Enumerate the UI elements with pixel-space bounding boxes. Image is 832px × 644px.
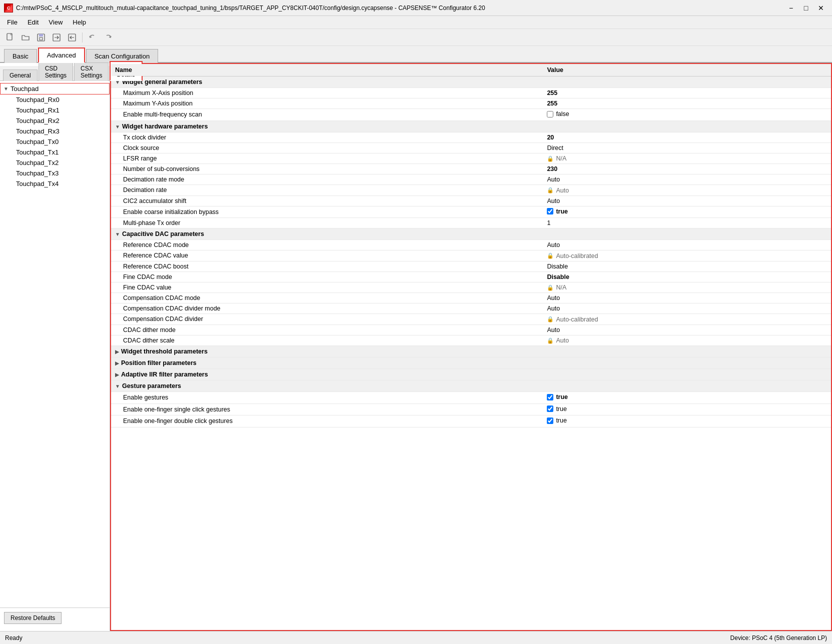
table-row[interactable]: Reference CDAC boostDisable: [111, 261, 831, 272]
section-label: Widget hardware parameters: [122, 123, 208, 130]
tree-item-tx1[interactable]: Touchpad_Tx1: [0, 147, 110, 158]
param-table-panel: Name Value ▼Widget general parametersMax…: [110, 63, 832, 631]
table-row[interactable]: Maximum X-Axis position255: [111, 88, 831, 98]
table-row[interactable]: Enable one-finger double click gesturest…: [111, 416, 831, 428]
maximize-button[interactable]: □: [799, 2, 813, 14]
param-value[interactable]: 255: [543, 98, 831, 109]
tab-general[interactable]: General: [3, 70, 38, 81]
export-button[interactable]: [50, 31, 64, 44]
tree-toggle-icon: ▼: [4, 86, 9, 92]
tree-item-tx2[interactable]: Touchpad_Tx2: [0, 158, 110, 168]
param-value[interactable]: 🔒Auto-calibrated: [543, 250, 831, 262]
redo-button[interactable]: [101, 31, 115, 44]
menu-help[interactable]: Help: [68, 17, 91, 28]
section-widget_general[interactable]: ▼Widget general parameters: [111, 76, 831, 88]
section-adaptive_iir[interactable]: ▶Adaptive IIR filter parameters: [111, 369, 831, 380]
table-row[interactable]: Tx clock divider20: [111, 132, 831, 142]
checkbox-input[interactable]: [547, 406, 553, 412]
param-name: Fine CDAC value: [111, 282, 543, 293]
param-name: Reference CDAC boost: [111, 261, 543, 272]
undo-button[interactable]: [86, 31, 100, 44]
checkbox-input[interactable]: [547, 418, 553, 424]
table-row[interactable]: Compensation CDAC modeAuto: [111, 293, 831, 304]
tree-item-rx3[interactable]: Touchpad_Rx3: [0, 126, 110, 136]
open-button[interactable]: [19, 31, 33, 44]
param-value[interactable]: 🔒Auto: [543, 185, 831, 196]
table-row[interactable]: Compensation CDAC divider modeAuto: [111, 304, 831, 314]
table-row[interactable]: Reference CDAC modeAuto: [111, 240, 831, 250]
table-row[interactable]: Number of sub-conversions230: [111, 164, 831, 174]
param-value[interactable]: 🔒N/A: [543, 153, 831, 164]
tree-item-rx1[interactable]: Touchpad_Rx1: [0, 105, 110, 116]
table-row[interactable]: Fine CDAC modeDisable: [111, 272, 831, 282]
checkbox-input[interactable]: [547, 208, 553, 214]
section-capacitive_dac[interactable]: ▼Capacitive DAC parameters: [111, 228, 831, 240]
section-widget_threshold[interactable]: ▶Widget threshold parameters: [111, 346, 831, 358]
tab-advanced[interactable]: Advanced: [38, 48, 85, 63]
tree-item-tx0[interactable]: Touchpad_Tx0: [0, 136, 110, 147]
restore-defaults-button[interactable]: Restore Defaults: [4, 612, 62, 624]
tree-item-rx2[interactable]: Touchpad_Rx2: [0, 116, 110, 126]
locked-value: 🔒Auto: [547, 187, 569, 194]
section-widget_hardware[interactable]: ▼Widget hardware parameters: [111, 120, 831, 132]
param-value[interactable]: true: [543, 404, 831, 416]
param-value[interactable]: true: [543, 206, 831, 218]
table-row[interactable]: Enable one-finger single click gesturest…: [111, 404, 831, 416]
table-row[interactable]: CDAC dither modeAuto: [111, 324, 831, 335]
content-area: General CSD Settings CSX Settings Widget…: [0, 63, 832, 631]
param-value[interactable]: 🔒Auto: [543, 335, 831, 346]
tree-item-rx0[interactable]: Touchpad_Rx0: [0, 94, 110, 105]
section-position_filter[interactable]: ▶Position filter parameters: [111, 358, 831, 369]
checkbox-value[interactable]: false: [547, 110, 569, 118]
param-value[interactable]: Disable: [543, 272, 831, 282]
table-row[interactable]: Maximum Y-Axis position255: [111, 98, 831, 109]
table-row[interactable]: Enable multi-frequency scanfalse: [111, 109, 831, 121]
checkbox-value[interactable]: true: [547, 417, 567, 424]
table-row[interactable]: Clock sourceDirect: [111, 142, 831, 153]
table-row[interactable]: Reference CDAC value🔒Auto-calibrated: [111, 250, 831, 262]
table-row[interactable]: Multi-phase Tx order1: [111, 218, 831, 228]
tab-csd-settings[interactable]: CSD Settings: [39, 62, 73, 81]
table-row[interactable]: Compensation CDAC divider🔒Auto-calibrate…: [111, 314, 831, 325]
param-value[interactable]: 20: [543, 132, 831, 142]
param-value[interactable]: 230: [543, 164, 831, 174]
param-value[interactable]: true: [543, 416, 831, 428]
checkbox-input[interactable]: [547, 394, 553, 400]
checkbox-value[interactable]: true: [547, 208, 568, 215]
table-row[interactable]: Enable coarse initialization bypasstrue: [111, 206, 831, 218]
param-value[interactable]: true: [543, 392, 831, 404]
checkbox-input[interactable]: [547, 111, 553, 118]
param-name: Enable coarse initialization bypass: [111, 206, 543, 218]
table-row[interactable]: CDAC dither scale🔒Auto: [111, 335, 831, 346]
section-gesture[interactable]: ▼Gesture parameters: [111, 380, 831, 392]
tree-root-touchpad[interactable]: ▼ Touchpad: [0, 83, 110, 94]
tree-item-tx4[interactable]: Touchpad_Tx4: [0, 178, 110, 189]
menu-view[interactable]: View: [44, 17, 68, 28]
table-row[interactable]: Decimation rate modeAuto: [111, 174, 831, 185]
table-row[interactable]: Enable gesturestrue: [111, 392, 831, 404]
tab-basic[interactable]: Basic: [4, 49, 37, 63]
import-button[interactable]: [65, 31, 79, 44]
param-value[interactable]: false: [543, 109, 831, 121]
table-row[interactable]: LFSR range🔒N/A: [111, 153, 831, 164]
param-name: CDAC dither scale: [111, 335, 543, 346]
save-button[interactable]: [34, 31, 48, 44]
checkbox-value[interactable]: true: [547, 394, 568, 400]
menu-file[interactable]: File: [2, 17, 23, 28]
checkbox-value[interactable]: true: [547, 406, 567, 412]
table-row[interactable]: Fine CDAC value🔒N/A: [111, 282, 831, 293]
title-bar: C C:/mtw/PSoC_4_MSCLP_multitouch_mutual-…: [0, 0, 832, 16]
close-button[interactable]: ✕: [814, 2, 828, 14]
minimize-button[interactable]: −: [784, 2, 798, 14]
tab-csx-settings[interactable]: CSX Settings: [74, 62, 109, 81]
table-row[interactable]: CIC2 accumulator shiftAuto: [111, 196, 831, 206]
bold-value: 230: [547, 166, 557, 172]
toolbar: [0, 29, 832, 46]
menu-edit[interactable]: Edit: [23, 17, 44, 28]
param-value[interactable]: 255: [543, 88, 831, 98]
new-button[interactable]: [3, 31, 17, 44]
tree-item-tx3[interactable]: Touchpad_Tx3: [0, 168, 110, 178]
param-value[interactable]: 🔒N/A: [543, 282, 831, 293]
table-row[interactable]: Decimation rate🔒Auto: [111, 185, 831, 196]
param-value[interactable]: 🔒Auto-calibrated: [543, 314, 831, 325]
